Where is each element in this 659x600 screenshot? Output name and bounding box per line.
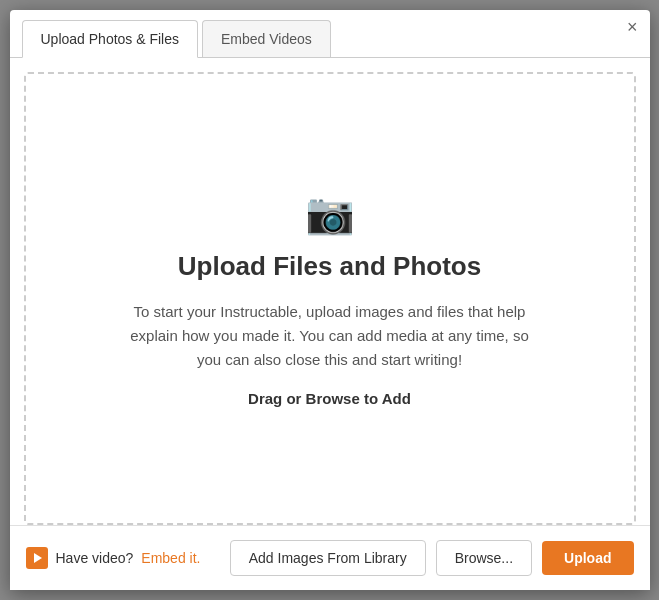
upload-button[interactable]: Upload [542,541,633,575]
tab-bar: Upload Photos & Files Embed Videos [10,10,650,58]
modal-dialog: × Upload Photos & Files Embed Videos 📷 U… [10,10,650,590]
camera-icon: 📷 [305,190,355,237]
tab-embed-videos[interactable]: Embed Videos [202,20,331,57]
embed-link[interactable]: Embed it. [141,550,200,566]
video-hint-text: Have video? [56,550,134,566]
add-images-library-button[interactable]: Add Images From Library [230,540,426,576]
video-hint: Have video? Embed it. [26,547,220,569]
drop-zone[interactable]: 📷 Upload Files and Photos To start your … [24,72,636,525]
browse-button[interactable]: Browse... [436,540,532,576]
upload-description: To start your Instructable, upload image… [120,300,540,372]
upload-title: Upload Files and Photos [178,251,481,282]
tab-upload[interactable]: Upload Photos & Files [22,20,199,58]
close-button[interactable]: × [627,18,638,36]
modal-footer: Have video? Embed it. Add Images From Li… [10,525,650,590]
drag-label: Drag or Browse to Add [248,390,411,407]
play-icon [26,547,48,569]
